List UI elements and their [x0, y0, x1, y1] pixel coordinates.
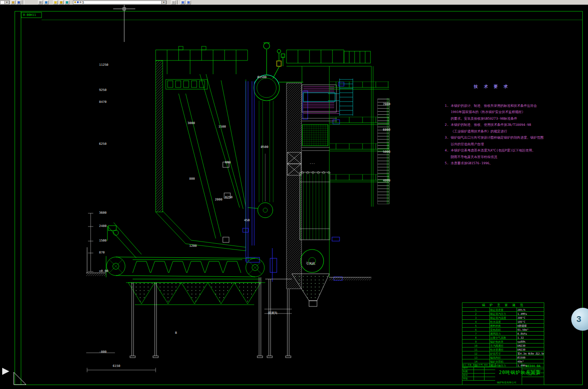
spec-row-name: 给水温度 — [489, 320, 517, 324]
spec-row-number: 5 — [462, 324, 490, 328]
signature-role: 审核 — [462, 377, 474, 380]
layer-freeze-icon — [77, 1, 79, 3]
ortho-icon — [54, 1, 57, 4]
tech-requirement-line: 的要求。安装及验收按GB50273-98标准条件 — [445, 116, 555, 122]
crosshair-cursor — [113, 4, 135, 42]
spec-table-row: 12炉排尺寸宽4.3m 长8m 高2.5m — [462, 351, 544, 355]
spec-row-name: 锅筒内径 — [489, 355, 517, 359]
spec-row-value: Ⅱ类烟煤 — [517, 324, 544, 328]
spec-row-value: 91.50m² — [517, 328, 544, 332]
redo-arrow-icon — [187, 1, 190, 4]
frame-zone-label: 0-00H11 — [23, 13, 36, 17]
properties-button[interactable] — [171, 0, 176, 4]
spec-row-value: 1.4MPa — [517, 312, 544, 316]
spec-row-number: 8 — [462, 336, 490, 340]
signature-date-cell — [485, 374, 495, 377]
properties-icon — [172, 1, 175, 4]
signature-date-cell — [485, 366, 495, 370]
rear-wall — [286, 83, 302, 289]
spec-row-number: 13 — [462, 355, 490, 359]
undo-button[interactable] — [180, 0, 185, 4]
redo-button[interactable] — [186, 0, 191, 4]
signature-row: 制图 — [462, 370, 495, 374]
otrack-icon — [66, 1, 68, 4]
chevron-down-icon[interactable]: ▾ — [4, 0, 9, 4]
boiler-bank-tubes — [259, 101, 273, 202]
make-layer-current-button[interactable] — [11, 0, 15, 4]
economizer — [302, 125, 330, 151]
signature-role: 设计 — [462, 366, 474, 370]
platforms-ladders — [330, 66, 389, 207]
spec-row-name: 额定蒸汽温度 — [489, 316, 517, 320]
style-dropdown[interactable]: ▾ — [0, 0, 10, 4]
tech-requirement-line: 1991年国家颁布的《热水锅炉安全技术监察规程》 — [445, 109, 555, 116]
signature-grid: 设计制图校对审核 — [462, 366, 495, 381]
spec-table-row: 10主汽阀通径DN230 — [462, 344, 544, 347]
spec-table-header: 锅 炉 主 要 规 范 — [462, 303, 544, 308]
signature-role: 制图 — [462, 370, 474, 373]
spec-table-row: 4给水温度105°C — [462, 320, 544, 324]
spec-row-name: 通风阻力 — [489, 332, 517, 336]
layer-select-value: 5 — [82, 1, 84, 4]
grid-icon — [45, 1, 47, 4]
spec-row-value: 0.8kPa — [517, 332, 544, 336]
layer-on-icon — [74, 1, 76, 3]
drawing-title: 20吨锅炉吹灰装置 — [495, 370, 545, 376]
under-grate-hoppers — [126, 283, 265, 305]
drawing-canvas[interactable]: 0-00H11 11250925084706250360024801500870… — [0, 0, 588, 389]
spec-row-number: 1 — [462, 308, 490, 312]
spec-row-name: 燃料种类 — [489, 324, 517, 328]
spec-row-value: DN230 — [517, 347, 544, 351]
spec-row-name: 炉排尺寸 — [489, 351, 517, 355]
chain-grate — [106, 223, 264, 279]
lower-drum — [248, 203, 273, 218]
layer-select-combo[interactable]: 5 ▾ — [73, 0, 167, 4]
drawing-number: 50344-0A — [522, 363, 544, 369]
spec-table-row: 13锅筒内径Ø1500 — [462, 355, 544, 359]
grid-button[interactable] — [44, 0, 49, 4]
spec-row-number: 9 — [462, 340, 490, 344]
snap-icon — [39, 1, 42, 4]
spec-row-number: 11 — [462, 347, 490, 351]
top-toolbar: ▾ 5 ▾ — [0, 0, 588, 5]
signature-role: 校对 — [462, 374, 474, 377]
edge-arrow-icon — [2, 368, 9, 375]
layer-current-icon — [12, 1, 14, 4]
toolbar-separator — [23, 0, 24, 4]
chevron-down-icon[interactable]: ▾ — [161, 0, 166, 4]
tech-requirement-line: 《工业锅炉通用技术条件》的规定进行 — [445, 128, 555, 135]
spec-row-name: 锅炉热效率 — [489, 340, 517, 344]
spec-row-value: Ø1500 — [517, 355, 544, 359]
tech-requirement-line: 1. 本锅炉的设计、制造、验收所采用的标准和技术条件应符合 — [445, 103, 555, 110]
foundation — [86, 247, 371, 358]
signature-name-cell — [474, 366, 485, 370]
layer-manager-button[interactable] — [16, 0, 21, 4]
tech-requirements-title: 技 术 要 求 — [474, 83, 555, 90]
tech-requirement-line: 5. 水质要求按GB1576-1996。 — [445, 160, 555, 167]
spec-row-value: 宽4.3m 长8m 高2.5m — [517, 351, 544, 355]
otrack-button[interactable] — [65, 0, 69, 4]
tech-requirement-line: 以外的管道由用户自理 — [445, 141, 555, 148]
osnap-icon — [60, 1, 62, 4]
signature-row: 审核 — [462, 377, 495, 381]
osnap-button[interactable] — [59, 0, 64, 4]
spec-row-value: 105°C — [517, 320, 544, 324]
signature-name-cell — [474, 374, 485, 377]
spec-table-row: 1额定蒸发量20t/h — [462, 308, 544, 312]
spec-row-name: 受热面积 — [489, 328, 517, 332]
boiler-spec-table: 锅 炉 主 要 规 范 1额定蒸发量20t/h2额定蒸汽压力1.4MPa3额定蒸… — [462, 302, 544, 367]
spec-row-value: η≥88% — [517, 340, 544, 344]
spec-row-number: 2 — [462, 312, 490, 316]
spec-row-number: 7 — [462, 332, 490, 336]
spec-row-number: 6 — [462, 328, 490, 332]
spec-row-value: 20t/h — [517, 308, 544, 312]
ortho-button[interactable] — [53, 0, 58, 4]
spec-row-number: 12 — [462, 351, 490, 355]
spec-table-row: 3额定蒸汽温度300°C — [462, 316, 544, 320]
snap-button[interactable] — [38, 0, 43, 4]
layer-lock-icon — [80, 1, 81, 3]
ash-hopper — [264, 274, 329, 313]
spec-table-row: 5燃料种类Ⅱ类烟煤 — [462, 324, 544, 328]
induced-fan — [301, 249, 324, 272]
tech-requirement-line: 3. 锅炉烟气出口方向可按设计图样确定锅炉的朝向进度。锅炉范围 — [445, 135, 555, 141]
